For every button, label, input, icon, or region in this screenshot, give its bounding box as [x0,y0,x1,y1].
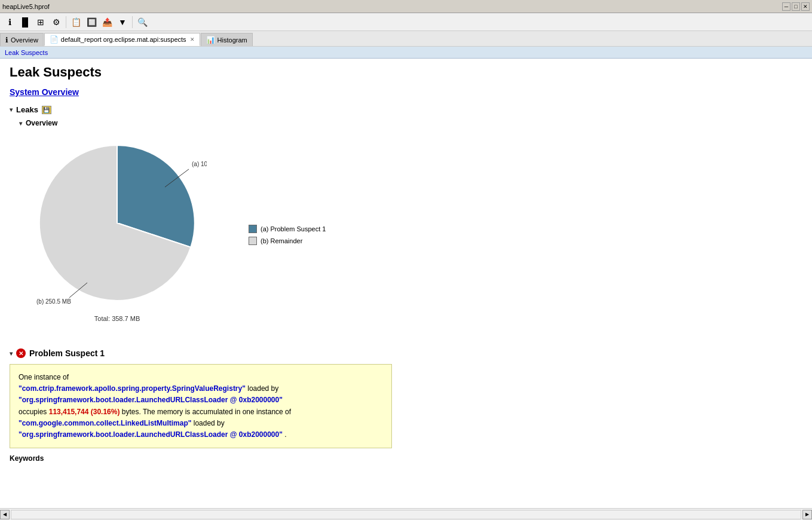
tab-default-report-label: default_report org.eclipse.mat.api:suspe… [61,36,186,43]
pie-chart-container: (a) 108.2 MB (b) 250.5 MB Total: 358.7 M… [22,133,213,337]
tab-overview-label: Overview [11,36,38,44]
toolbar: ℹ ▐▌ ⊞ ⚙ 📋 🔲 📤 ▼ 🔍 [0,13,812,31]
tab-default-report[interactable]: 📄 default_report org.eclipse.mat.api:sus… [44,33,200,46]
breadcrumb[interactable]: Leak Suspects [0,47,812,59]
scroll-left-button[interactable]: ◀ [0,510,10,519]
keywords-label: Keywords [10,454,802,463]
title-bar-text: heapLive5.hprof [2,3,782,10]
legend-label-a: (a) Problem Suspect 1 [261,225,326,233]
export-button[interactable]: 📤 [100,15,114,29]
horizontal-scrollbar[interactable] [11,510,801,519]
file-icon: 📋 [71,17,81,27]
suspect-text-4: bytes. The memory is accumulated in one … [122,408,291,416]
settings-icon: ⚙ [53,17,60,27]
search-button[interactable]: 🔍 [135,15,149,29]
overview-toggle[interactable]: ▾ [19,120,22,127]
bar-chart-icon: ▐▌ [19,17,31,27]
leaks-toggle[interactable]: ▾ [10,106,13,113]
leaks-save-icon: 💾 [42,106,51,114]
bar-chart-button[interactable]: ▐▌ [18,15,32,29]
arrow-icon: ▼ [118,17,127,27]
tab-bar: ℹ Overview 📄 default_report org.eclipse.… [0,31,812,47]
histogram-tab-icon: 📊 [206,36,215,44]
tab-histogram[interactable]: 📊 Histogram [201,33,253,46]
problem-suspect-toggle[interactable]: ▾ [10,350,13,357]
chart-label-a: (a) 108.2 MB [192,161,207,167]
breadcrumb-text: Leak Suspects [5,49,48,56]
leaks-label: Leaks [16,105,38,114]
export-arrow-button[interactable]: ▼ [115,15,130,29]
title-bar: heapLive5.hprof ─ □ ✕ [0,0,812,13]
leaks-section-header: ▾ Leaks 💾 [10,105,802,114]
overview-tab-icon: ℹ [5,36,8,44]
overview-section-header: ▾ Overview [19,119,802,127]
problem-suspect-header: ▾ ✕ Problem Suspect 1 [10,348,802,358]
search-icon: 🔍 [137,17,148,27]
info-icon: ℹ [8,17,11,27]
error-icon: ✕ [16,348,26,358]
legend-item-b: (b) Remainder [249,237,326,245]
suspect-size: 113,415,744 (30.16%) [49,408,120,416]
suspect-class-1: "com.ctrip.framework.apollo.spring.prope… [19,384,246,393]
chart-legend: (a) Problem Suspect 1 (b) Remainder [249,225,326,245]
suspect-class-2: "org.springframework.boot.loader.Launche… [19,396,283,404]
file-button[interactable]: 📋 [69,15,83,29]
export-icon: 📤 [102,17,112,27]
suspect-box: One instance of "com.ctrip.framework.apo… [10,364,392,448]
scroll-right-button[interactable]: ▶ [802,510,812,519]
separator-2 [132,16,133,28]
close-button[interactable]: ✕ [801,2,810,11]
grid-button[interactable]: ⊞ [33,15,48,29]
legend-color-a [249,225,257,233]
overview-label: Overview [26,119,57,127]
tab-close-icon[interactable]: ✕ [190,36,195,42]
suspect-class-3: "com.google.common.collect.LinkedListMul… [19,419,191,427]
suspect-text-5: loaded by [194,419,225,427]
maximize-button[interactable]: □ [792,2,800,11]
tab-overview[interactable]: ℹ Overview [0,33,44,46]
page-title: Leak Suspects [10,65,802,80]
legend-label-b: (b) Remainder [261,237,302,244]
minimize-button[interactable]: ─ [782,2,790,11]
system-overview-link[interactable]: System Overview [10,87,802,97]
view-icon: 🔲 [87,17,97,27]
bottom-bar: ◀ ▶ [0,508,812,520]
legend-color-b [249,237,257,245]
problem-suspect-title: Problem Suspect 1 [29,348,105,358]
info-button[interactable]: ℹ [2,15,17,29]
suspect-text-2: loaded by [247,384,278,393]
settings-button[interactable]: ⚙ [49,15,63,29]
tab-histogram-label: Histogram [217,36,247,44]
view-button[interactable]: 🔲 [84,15,99,29]
suspect-class-4: "org.springframework.boot.loader.Launche… [19,430,283,439]
grid-icon: ⊞ [37,17,44,27]
suspect-text-1: One instance of [19,373,69,381]
pie-chart: (a) 108.2 MB (b) 250.5 MB [27,133,207,313]
main-content: Leak Suspects System Overview ▾ Leaks 💾 … [0,59,812,508]
legend-item-a: (a) Problem Suspect 1 [249,225,326,233]
suspect-text-6: . [284,430,286,439]
title-bar-buttons[interactable]: ─ □ ✕ [782,2,810,11]
chart-area: (a) 108.2 MB (b) 250.5 MB Total: 358.7 M… [22,133,802,337]
report-tab-icon: 📄 [50,35,59,44]
chart-total: Total: 358.7 MB [94,315,140,322]
separator-1 [66,16,66,28]
chart-label-b: (b) 250.5 MB [36,298,71,305]
suspect-text-3: occupies [19,408,49,416]
